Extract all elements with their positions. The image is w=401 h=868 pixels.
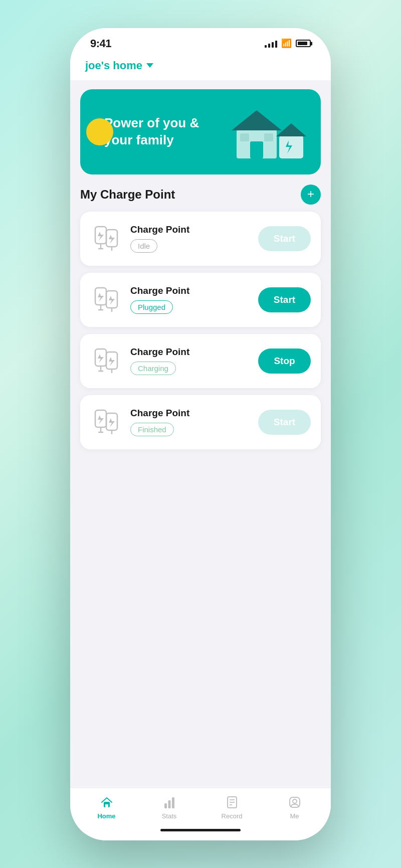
top-header: joe's home	[70, 55, 331, 80]
stats-nav-icon	[161, 794, 177, 810]
charge-name-2: Charge Point	[130, 285, 250, 296]
charge-icon-2	[90, 284, 122, 316]
svg-marker-1	[232, 110, 282, 130]
charge-name-4: Charge Point	[130, 408, 250, 419]
status-badge-2: Plugged	[130, 300, 173, 314]
nav-item-stats[interactable]: Stats	[138, 794, 200, 820]
start-button-2[interactable]: Start	[258, 287, 311, 312]
wifi-icon: 📶	[281, 38, 292, 49]
house-illustration-svg	[229, 104, 307, 159]
svg-rect-40	[172, 797, 174, 808]
charge-info-3: Charge Point Charging	[130, 346, 250, 375]
record-nav-icon	[224, 794, 240, 810]
charge-card-4: Charge Point Finished Start	[80, 395, 321, 449]
hero-text-area: Power of you &your family	[94, 115, 227, 149]
section-title: My Charge Point	[80, 188, 175, 202]
charge-card-2: Charge Point Plugged Start	[80, 273, 321, 327]
svg-rect-4	[264, 133, 273, 141]
bottom-nav: Home Stats	[70, 788, 331, 824]
nav-label-stats: Stats	[162, 812, 177, 820]
hero-illustration	[227, 104, 307, 159]
status-badge-1: Idle	[130, 239, 157, 253]
location-selector[interactable]: joe's home	[85, 59, 316, 72]
svg-rect-3	[240, 133, 249, 141]
charge-info-1: Charge Point Idle	[130, 224, 250, 253]
svg-point-46	[293, 799, 297, 803]
charge-points-section: My Charge Point +	[70, 183, 331, 788]
svg-rect-39	[168, 800, 170, 808]
charge-info-2: Charge Point Plugged	[130, 285, 250, 314]
notch	[160, 28, 241, 45]
charge-card-1: Charge Point Idle Start	[80, 212, 321, 266]
svg-marker-21	[109, 296, 115, 305]
chevron-down-icon	[146, 63, 153, 68]
svg-marker-25	[98, 354, 104, 363]
nav-item-record[interactable]: Record	[200, 794, 263, 820]
start-button-4[interactable]: Start	[258, 410, 311, 435]
yellow-circle-decoration	[86, 118, 113, 145]
add-charge-point-button[interactable]: +	[301, 185, 321, 205]
status-time: 9:41	[90, 37, 111, 50]
charge-icon-3	[90, 345, 122, 377]
nav-label-home: Home	[97, 812, 115, 820]
section-header: My Charge Point +	[80, 185, 321, 205]
svg-rect-38	[164, 803, 167, 808]
signal-icon	[265, 40, 277, 48]
battery-fill	[298, 42, 307, 45]
svg-marker-35	[109, 418, 115, 427]
home-bar	[160, 829, 241, 831]
charge-card-3: Charge Point Charging Stop	[80, 334, 321, 388]
charge-name-3: Charge Point	[130, 346, 250, 358]
charge-info-4: Charge Point Finished	[130, 408, 250, 436]
me-nav-icon	[287, 794, 303, 810]
battery-icon	[296, 40, 311, 47]
phone-shell: 9:41 📶 joe's home	[70, 28, 331, 840]
nav-label-me: Me	[290, 812, 299, 820]
hero-title: Power of you &your family	[104, 115, 227, 149]
home-indicator	[70, 824, 331, 840]
status-badge-4: Finished	[130, 423, 174, 436]
nav-item-home[interactable]: Home	[75, 794, 138, 820]
status-badge-3: Charging	[130, 362, 176, 375]
charge-icon-1	[90, 223, 122, 255]
home-nav-icon	[99, 794, 115, 810]
svg-marker-14	[109, 235, 115, 244]
add-icon: +	[307, 188, 314, 200]
svg-marker-28	[109, 357, 115, 366]
start-button-1[interactable]: Start	[258, 226, 311, 251]
location-text: joe's home	[85, 59, 142, 72]
stop-button-3[interactable]: Stop	[258, 349, 311, 374]
nav-label-record: Record	[222, 812, 243, 820]
svg-marker-11	[98, 232, 104, 241]
charge-name-1: Charge Point	[130, 224, 250, 235]
svg-marker-18	[98, 293, 104, 302]
status-icons: 📶	[265, 38, 311, 49]
svg-rect-37	[105, 804, 108, 807]
hero-banner: Power of you &your family	[80, 89, 321, 175]
app-content: joe's home Power of you &your family	[70, 55, 331, 840]
svg-rect-2	[250, 141, 263, 158]
charge-icon-4	[90, 406, 122, 438]
nav-item-me[interactable]: Me	[263, 794, 326, 820]
svg-marker-32	[98, 415, 104, 424]
